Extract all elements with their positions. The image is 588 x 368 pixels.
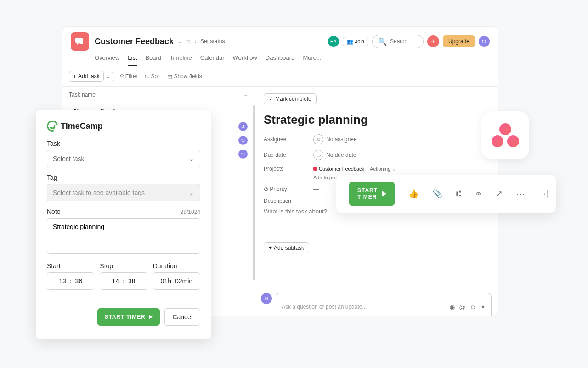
task-select[interactable]: Select task ⌄ xyxy=(47,150,200,167)
tab-overview[interactable]: Overview xyxy=(95,54,119,66)
star-icon[interactable]: ✦ xyxy=(481,304,486,310)
start-time-label: Start xyxy=(47,262,94,270)
attachment-icon[interactable]: 📎 xyxy=(432,189,442,199)
tab-timeline[interactable]: Timeline xyxy=(170,54,192,66)
project-section-select[interactable]: Actioning ⌄ xyxy=(370,166,396,172)
assignee-value[interactable]: ☺No assignee xyxy=(313,134,357,144)
assignee-avatar: t3 xyxy=(238,136,248,145)
priority-label-text: Priority xyxy=(270,186,287,192)
record-icon[interactable]: ◉ xyxy=(450,304,455,310)
search-icon: 🔍 xyxy=(378,37,387,46)
link-icon[interactable]: ⚭ xyxy=(475,189,482,199)
tab-board[interactable]: Board xyxy=(145,54,161,66)
note-textarea[interactable] xyxy=(47,218,200,254)
start-hour: 13 xyxy=(59,277,66,285)
global-add-button[interactable]: + xyxy=(427,35,439,47)
svg-point-0 xyxy=(79,40,83,44)
start-timer-button[interactable]: START TIMER xyxy=(349,182,395,206)
asana-logo-icon xyxy=(492,123,519,147)
add-task-label: Add task xyxy=(78,73,100,80)
priority-label: ⊘ Priority xyxy=(264,186,313,192)
priority-value[interactable]: — xyxy=(313,186,319,192)
task-field-label: Task xyxy=(47,140,200,147)
fullscreen-icon[interactable]: ⤢ xyxy=(496,189,503,199)
play-icon xyxy=(149,315,153,319)
join-button[interactable]: 👥Join xyxy=(343,37,368,46)
set-status-button[interactable]: Set status xyxy=(195,38,225,45)
timecamp-logo-icon xyxy=(45,119,60,134)
tab-calendar[interactable]: Calendar xyxy=(200,54,225,66)
search-box[interactable]: 🔍 xyxy=(372,35,424,48)
duration-min: 02min xyxy=(175,277,192,285)
project-chip-label: Customer Feedback xyxy=(319,166,364,172)
assignee-text: No assignee xyxy=(326,136,357,143)
stop-time-label: Stop xyxy=(100,262,147,270)
chevron-down-icon: ⌄ xyxy=(189,189,194,196)
show-fields-button[interactable]: ▤ Show fields xyxy=(167,73,202,80)
emoji-icon[interactable]: ☺ xyxy=(470,304,476,310)
chevron-down-icon[interactable]: ⌄ xyxy=(243,92,248,98)
more-icon[interactable]: ⋯ xyxy=(516,189,525,199)
column-header-task: Task name xyxy=(69,92,96,98)
action-bar: START TIMER 👍 📎 ⑆ ⚭ ⤢ ⋯ →| xyxy=(336,175,556,213)
sort-button[interactable]: ↑↓ Sort xyxy=(144,73,161,80)
chevron-down-icon: ⌄ xyxy=(189,155,194,162)
join-label: Join xyxy=(355,39,364,44)
comment-box[interactable]: Ask a question or post an update... ◉ @ … xyxy=(276,293,492,316)
people-icon: 👥 xyxy=(347,39,353,45)
tab-workflow[interactable]: Workflow xyxy=(233,54,257,66)
stop-time-input[interactable]: 14:38 xyxy=(100,272,147,290)
assignee-label: Assignee xyxy=(264,136,313,143)
at-icon[interactable]: @ xyxy=(459,304,465,310)
project-title: Customer Feedback xyxy=(95,37,174,46)
task-title[interactable]: Strategic planning xyxy=(264,113,489,127)
add-subtask-button[interactable]: + Add subtask xyxy=(264,242,309,253)
upgrade-button[interactable]: Upgrade xyxy=(443,35,475,47)
project-chip[interactable]: Customer Feedback xyxy=(313,166,364,172)
mark-complete-button[interactable]: ✓ Mark complete xyxy=(264,93,317,104)
avatar-ea[interactable]: EA xyxy=(328,36,339,47)
sort-label: Sort xyxy=(151,73,161,80)
status-dot-icon xyxy=(195,40,198,43)
close-panel-icon[interactable]: →| xyxy=(538,189,549,199)
due-date-label: Due date xyxy=(264,152,313,158)
project-icon xyxy=(71,32,89,51)
project-section-label: Actioning xyxy=(370,166,390,172)
asana-logo-card xyxy=(481,111,529,159)
task-select-placeholder: Select task xyxy=(53,155,84,162)
chevron-down-icon[interactable]: ⌄ xyxy=(177,39,181,45)
start-timer-label: START TIMER xyxy=(357,187,378,200)
popup-cancel-button[interactable]: Cancel xyxy=(164,308,200,326)
filter-button[interactable]: ⚲ Filter xyxy=(120,73,138,80)
play-icon xyxy=(382,191,386,196)
tab-list[interactable]: List xyxy=(128,54,137,66)
add-subtask-label: Add subtask xyxy=(274,245,304,251)
add-task-chevron[interactable]: ⌄ xyxy=(104,72,113,81)
timecamp-popup: TimeCamp Task Select task ⌄ Tag Select t… xyxy=(36,110,211,339)
due-date-value[interactable]: ▭No due date xyxy=(313,150,356,160)
assignee-avatar: t3 xyxy=(238,122,248,131)
show-fields-label: Show fields xyxy=(174,73,202,80)
popup-start-timer-label: START TIMER xyxy=(105,314,146,320)
tab-more[interactable]: More... xyxy=(303,54,321,66)
due-date-text: No due date xyxy=(326,152,356,158)
tag-select[interactable]: Select task to see available tags ⌄ xyxy=(47,184,200,201)
thumbs-up-icon[interactable]: 👍 xyxy=(408,189,418,199)
start-min: 36 xyxy=(75,277,83,285)
start-time-input[interactable]: 13:36 xyxy=(47,272,94,290)
set-status-label: Set status xyxy=(200,38,225,45)
search-input[interactable] xyxy=(390,38,422,45)
tabs: Overview List Board Timeline Calendar Wo… xyxy=(62,51,498,66)
timecamp-logo-text: TimeCamp xyxy=(61,121,103,131)
tab-dashboard[interactable]: Dashboard xyxy=(266,54,295,66)
duration-hour: 01h xyxy=(161,277,171,285)
comment-placeholder: Ask a question or post an update... xyxy=(282,304,367,310)
avatar-self[interactable]: t3 xyxy=(479,36,490,47)
duration-display: 01h02min xyxy=(153,272,200,290)
subtask-icon[interactable]: ⑆ xyxy=(456,189,461,199)
add-task-button[interactable]: + Add task xyxy=(69,71,104,82)
note-field-label: Note xyxy=(47,208,61,215)
popup-start-timer-button[interactable]: START TIMER xyxy=(97,308,160,326)
star-icon[interactable]: ☆ xyxy=(185,38,191,45)
calendar-icon: ▭ xyxy=(313,150,323,160)
